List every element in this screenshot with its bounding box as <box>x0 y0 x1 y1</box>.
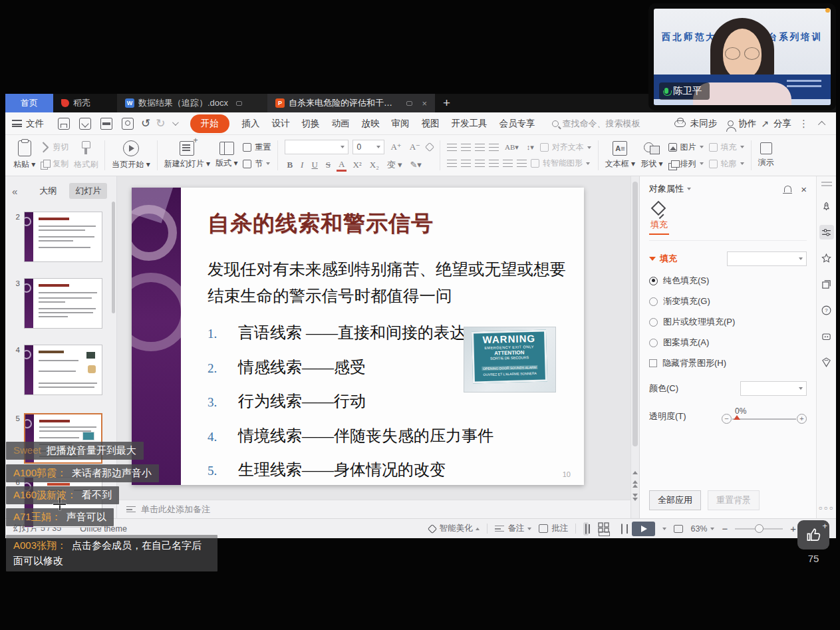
numbered-list-icon[interactable] <box>461 144 471 152</box>
menu-review[interactable]: 审阅 <box>392 118 410 130</box>
to-smartart-button[interactable]: 转智能图形 <box>531 158 590 169</box>
option-picture-fill[interactable]: 图片或纹理填充(P) <box>649 316 807 328</box>
paste-button[interactable]: 粘贴 ▾ <box>13 140 35 170</box>
bold-button[interactable]: B <box>285 160 295 170</box>
section-button[interactable]: 节 <box>243 158 271 170</box>
tab-outline[interactable]: 大纲 <box>33 183 63 199</box>
increase-font-icon[interactable]: A⁺ <box>388 142 403 152</box>
command-search[interactable] <box>552 118 656 128</box>
help-icon[interactable]: ? <box>819 303 834 317</box>
previous-slide-icon[interactable] <box>632 480 638 488</box>
align-center-icon[interactable] <box>461 160 471 168</box>
distribute-icon[interactable] <box>503 160 513 168</box>
warning-sign-image[interactable]: WARNING EMERGENCY EXIT ONLY ATTENTION SO… <box>464 327 555 392</box>
slideshow-play-button[interactable] <box>632 522 655 536</box>
radio-selected-icon[interactable] <box>649 277 658 285</box>
transparency-slider[interactable]: 0% − + <box>722 408 807 425</box>
save-icon[interactable] <box>58 118 70 130</box>
text-convert-button[interactable]: 变 ▾ <box>385 159 404 171</box>
align-left-icon[interactable] <box>447 160 457 168</box>
color-select[interactable] <box>740 381 807 396</box>
effects-star-icon[interactable] <box>819 251 834 265</box>
option-gradient-fill[interactable]: 渐变填充(G) <box>649 295 807 307</box>
clear-format-icon[interactable] <box>425 142 434 151</box>
cloud-sync-icon[interactable] <box>674 120 686 127</box>
slide-title[interactable]: 自杀的线索和警示信号 <box>208 209 565 239</box>
thumbnail-preview[interactable] <box>24 278 102 329</box>
increase-indent-icon[interactable] <box>489 144 499 152</box>
tab-slides[interactable]: 幻灯片 <box>69 183 107 199</box>
sidebar-scrollbar[interactable] <box>112 202 115 313</box>
search-input[interactable] <box>563 118 656 128</box>
option-hide-background[interactable]: 隐藏背景图形(H) <box>649 357 807 369</box>
subscript-button[interactable]: X₂ <box>368 160 381 170</box>
share-icon[interactable]: ↗ <box>761 118 769 129</box>
smart-beautify-button[interactable]: 智能美化 <box>429 523 480 534</box>
start-from-current-button[interactable]: 当页开始 ▾ <box>112 140 150 170</box>
slide-thumbnail-4[interactable]: 4 <box>12 345 102 395</box>
export-icon[interactable] <box>79 118 91 130</box>
increase-transparency-icon[interactable]: + <box>797 414 807 424</box>
format-painter-button[interactable]: 格式刷 <box>74 140 98 170</box>
cut-button[interactable]: 剪切 <box>41 142 69 153</box>
menu-file[interactable]: 文件 <box>26 118 44 130</box>
fill-button[interactable]: 填充 <box>709 142 744 153</box>
strikethrough-button[interactable]: S <box>324 160 333 170</box>
picture-button[interactable]: 图片 <box>668 142 704 153</box>
arrange-button[interactable]: 排列 <box>668 158 704 170</box>
scroll-up-icon[interactable] <box>632 471 638 474</box>
fill-style-select[interactable] <box>727 251 807 266</box>
decrease-transparency-icon[interactable]: − <box>722 414 732 424</box>
fill-tab-label[interactable]: 填充 <box>649 219 669 235</box>
share-label[interactable]: 分享 <box>773 118 791 130</box>
font-size-select[interactable]: 0 <box>352 140 384 154</box>
checkbox-icon[interactable] <box>649 359 657 367</box>
menu-design[interactable]: 设计 <box>272 118 290 130</box>
font-name-select[interactable] <box>285 140 349 154</box>
decrease-indent-icon[interactable] <box>475 144 485 152</box>
menu-animation[interactable]: 动画 <box>332 118 350 130</box>
fit-slide-icon[interactable] <box>674 525 683 533</box>
zoom-out-icon[interactable]: − <box>722 523 728 534</box>
option-pattern-fill[interactable]: 图案填充(A) <box>649 337 807 349</box>
underline-button[interactable]: U <box>309 160 319 170</box>
spacing-before-icon[interactable] <box>517 160 527 168</box>
tab-home[interactable]: 首页 <box>5 94 53 112</box>
collapse-ribbon-icon[interactable] <box>818 120 825 128</box>
slide-sorter-view-button[interactable] <box>596 520 612 537</box>
apply-all-button[interactable]: 全部应用 <box>649 490 701 510</box>
slider-marker-icon[interactable] <box>734 415 740 420</box>
menu-member[interactable]: 会员专享 <box>499 118 535 130</box>
shapes-button[interactable]: 形状 ▾ <box>640 141 662 170</box>
text-direction-icon[interactable]: AB▾ <box>503 143 521 152</box>
align-right-icon[interactable] <box>475 160 485 168</box>
justify-icon[interactable] <box>489 160 499 168</box>
tab-docer[interactable]: 稻壳 <box>53 94 117 112</box>
zoom-knob[interactable] <box>755 524 764 533</box>
radio-icon[interactable] <box>649 318 658 327</box>
superscript-button[interactable]: X² <box>350 160 363 170</box>
font-color-button[interactable]: A <box>337 159 347 172</box>
rail-handle-icon[interactable] <box>821 182 832 186</box>
reset-background-button[interactable]: 重置背景 <box>708 490 760 510</box>
rail-more-icon[interactable]: ○○○ <box>818 504 834 512</box>
thumbs-up-button[interactable]: + <box>797 520 829 550</box>
notes-bar[interactable]: 单击此处添加备注 <box>117 500 630 518</box>
print-icon[interactable] <box>100 118 112 130</box>
copy-button[interactable]: 复制 <box>41 158 69 170</box>
next-slide-icon[interactable] <box>632 494 638 501</box>
notes-placeholder[interactable]: 单击此处添加备注 <box>141 504 210 516</box>
italic-button[interactable]: I <box>299 160 305 170</box>
highlight-button[interactable]: ✎▾ <box>408 160 423 170</box>
member-badge-icon[interactable] <box>819 355 834 369</box>
fill-section-header[interactable]: 填充 <box>649 251 807 266</box>
notes-button[interactable]: 备注 <box>495 523 531 534</box>
zoom-level[interactable]: 63% <box>690 524 714 534</box>
menu-devtools[interactable]: 开发工具 <box>452 118 488 130</box>
zoom-in-icon[interactable]: + <box>790 523 796 534</box>
line-spacing-icon[interactable]: ↕▾ <box>525 143 536 152</box>
print-preview-icon[interactable] <box>122 118 134 130</box>
menu-start-active[interactable]: 开始 <box>190 114 229 133</box>
collaborate-label[interactable]: 协作 <box>738 118 756 130</box>
fill-tab[interactable]: 填充 <box>649 203 807 241</box>
